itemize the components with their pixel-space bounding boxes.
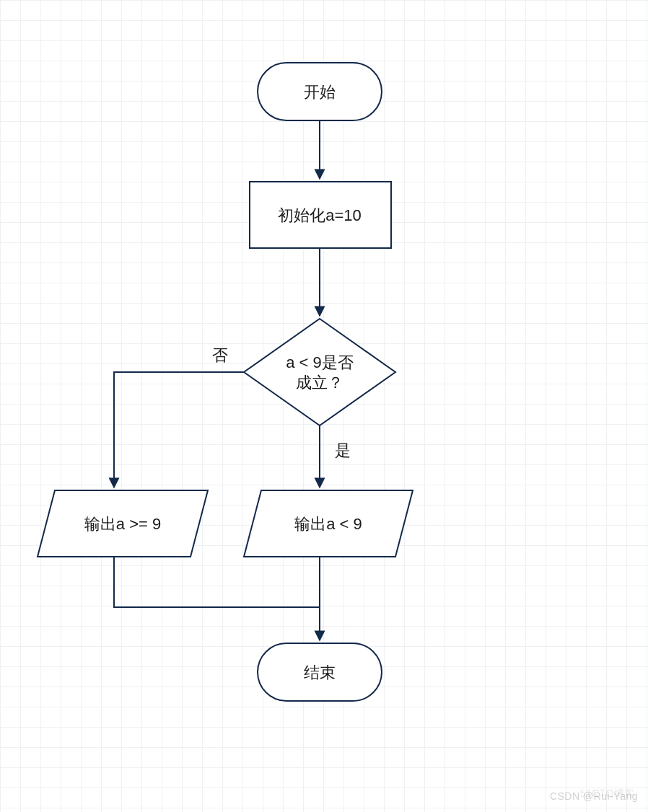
svg-marker-2 xyxy=(244,319,395,425)
edge-no-label: 否 xyxy=(212,346,228,364)
edge-yes: 是 xyxy=(320,425,351,487)
end-node: 结束 xyxy=(258,643,382,701)
decision-line1: a < 9是否 xyxy=(286,353,354,371)
end-label: 结束 xyxy=(304,663,336,681)
flowchart-svg: 开始 初始化a=10 a < 9是否 成立？ 否 是 输出a >= 9 输出a … xyxy=(0,0,648,812)
decision-node: a < 9是否 成立？ xyxy=(244,319,395,425)
output-right-node: 输出a < 9 xyxy=(244,490,413,557)
edge-no: 否 xyxy=(114,346,244,487)
output-right-label: 输出a < 9 xyxy=(294,515,362,533)
decision-line2: 成立？ xyxy=(296,374,343,392)
output-left-node: 输出a >= 9 xyxy=(38,490,208,557)
start-node: 开始 xyxy=(258,63,382,120)
edge-yes-label: 是 xyxy=(335,441,351,459)
output-left-label: 输出a >= 9 xyxy=(84,515,161,533)
flowchart-canvas: 开始 初始化a=10 a < 9是否 成立？ 否 是 输出a >= 9 输出a … xyxy=(0,0,648,812)
init-label: 初始化a=10 xyxy=(278,206,362,224)
edge-outleft-merge xyxy=(114,557,320,607)
init-node: 初始化a=10 xyxy=(250,182,391,248)
start-label: 开始 xyxy=(304,83,336,101)
